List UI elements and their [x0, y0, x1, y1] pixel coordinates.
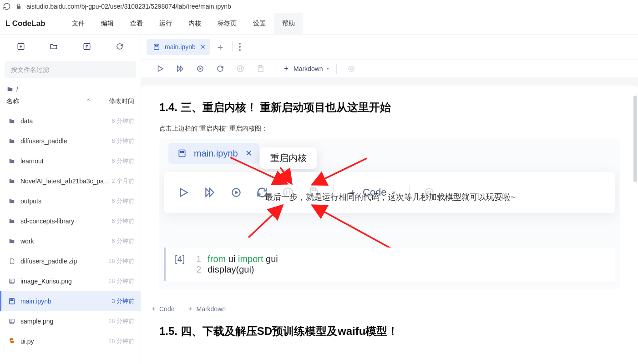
menu-file[interactable]: 文件 [64, 13, 93, 34]
tab-label: main.ipynb [165, 43, 196, 51]
divider [232, 41, 233, 52]
chevron-up-icon[interactable]: ⌃ [86, 98, 91, 105]
svg-rect-29 [181, 152, 184, 153]
svg-point-16 [239, 49, 241, 51]
file-name: main.ipynb [20, 298, 111, 305]
notebook-document: 1.4. 三、重启内核！ 重新启动项目也从这里开始 点击上边栏的"重启内核" 重… [141, 86, 638, 364]
list-item[interactable]: image_Kurisu.png28 分钟前 [0, 271, 141, 291]
upload-icon[interactable] [79, 39, 95, 54]
paragraph-1-4: 点击上边栏的"重启内核" 重启内核图： [159, 125, 620, 133]
code-line-2: display(gui) [208, 264, 254, 275]
file-name: sample.png [20, 318, 108, 325]
more-icon[interactable] [237, 43, 243, 51]
tooltip-restart-kernel: 重启内核 [260, 147, 317, 169]
run-all-icon [203, 187, 217, 198]
notebook-scroll[interactable]: 1.4. 三、重启内核！ 重新启动项目也从这里开始 点击上边栏的"重启内核" 重… [141, 77, 638, 364]
list-item[interactable]: sd-concepts-library6 分钟前 [0, 211, 141, 231]
add-code-button[interactable]: ＋ Code [150, 305, 174, 313]
svg-rect-0 [17, 6, 20, 9]
menu-settings[interactable]: 设置 [245, 13, 274, 34]
restart-run-icon [230, 187, 242, 198]
list-item[interactable]: diffusers_paddle.zip28 分钟前 [0, 251, 141, 271]
interrupt-icon[interactable] [230, 61, 250, 77]
file-browser-sidebar: / 名称 ⌃ 修改时间 data6 分钟前diffusers_paddle6 分… [0, 35, 141, 364]
folder-icon [8, 238, 16, 244]
breadcrumb[interactable]: / [0, 83, 141, 95]
run-all-icon[interactable] [170, 61, 190, 77]
svg-rect-12 [154, 44, 159, 50]
svg-rect-25 [259, 66, 262, 67]
notebook-icon [153, 43, 160, 51]
menu-help[interactable]: 帮助 [274, 13, 303, 34]
svg-point-26 [349, 66, 354, 71]
embedded-illustration: main.ipynb ✕ 重启内核 [159, 139, 620, 289]
add-tab-button[interactable]: ＋ [213, 40, 228, 54]
menu-run[interactable]: 运行 [151, 13, 180, 34]
list-item[interactable]: diffusers_paddle6 分钟前 [0, 131, 141, 151]
restart-kernel-icon[interactable] [210, 61, 230, 77]
svg-marker-17 [158, 66, 163, 71]
list-item[interactable]: data6 分钟前 [0, 111, 141, 131]
url-text[interactable]: aistudio.baidu.com/bj-gpu-02/user/310823… [26, 3, 231, 10]
scrollbar[interactable] [633, 96, 637, 182]
nb-icon [8, 298, 16, 305]
list-item[interactable]: NovelAI_latest_ab21ba3c_paddle2 个月前 [0, 171, 141, 191]
add-markdown-button[interactable]: ＋ Markdown [187, 305, 226, 313]
list-item[interactable]: outputs6 分钟前 [0, 191, 141, 211]
menu-tabs[interactable]: 标签页 [209, 13, 245, 34]
list-item[interactable]: main.ipynb3 分钟前 [0, 291, 141, 311]
breadcrumb-path: / [16, 86, 18, 93]
kernel-status-icon[interactable] [341, 61, 361, 77]
document-tabs: main.ipynb ✕ ＋ [141, 35, 638, 59]
reload-icon[interactable] [3, 2, 11, 10]
menu-view[interactable]: 查看 [122, 13, 151, 34]
checkpoint-icon[interactable] [250, 61, 270, 77]
col-name[interactable]: 名称 [6, 97, 83, 106]
new-folder-icon[interactable] [46, 39, 61, 54]
svg-marker-21 [200, 67, 202, 70]
py-icon [8, 338, 16, 345]
embed-tab: main.ipynb ✕ [168, 143, 259, 164]
list-item[interactable]: sample.png28 分钟前 [0, 311, 141, 331]
folder-icon [8, 158, 16, 164]
svg-marker-33 [181, 188, 187, 196]
refresh-icon[interactable] [112, 39, 127, 54]
file-name: work [20, 238, 111, 245]
menu-kernel[interactable]: 内核 [180, 13, 209, 34]
file-time: 3 分钟前 [111, 297, 134, 305]
menu-bar: L CodeLab 文件 编辑 查看 运行 内核 标签页 设置 帮助 [0, 13, 638, 35]
file-time: 2 个月前 [111, 177, 134, 185]
svg-marker-34 [206, 188, 210, 196]
cell-type-label: Markdown [294, 65, 323, 72]
embed-code-cell: [4] 1 from ui import gui 2 display(gui) [164, 248, 615, 281]
svg-rect-13 [155, 46, 157, 46]
cell-type-selector[interactable]: ＋ Markdown ▾ [280, 64, 332, 73]
run-cell-icon[interactable] [150, 61, 170, 77]
file-filter-input[interactable] [5, 61, 136, 78]
chevron-down-icon: ▾ [327, 66, 329, 71]
svg-rect-8 [10, 298, 15, 304]
add-cell-row: ＋ Code ＋ Markdown [148, 300, 620, 324]
list-item[interactable]: learnout6 分钟前 [0, 151, 141, 171]
svg-point-22 [237, 66, 243, 72]
list-item[interactable]: work6 分钟前 [0, 231, 141, 251]
svg-point-15 [239, 46, 241, 48]
file-name: data [20, 117, 111, 125]
close-icon[interactable]: ✕ [200, 43, 206, 51]
list-item[interactable]: ui.py28 分钟前 [0, 331, 141, 351]
menu-edit[interactable]: 编辑 [93, 13, 122, 34]
browser-address-bar: aistudio.baidu.com/bj-gpu-02/user/310823… [0, 0, 638, 13]
col-time[interactable]: 修改时间 [109, 97, 134, 106]
file-name: image_Kurisu.png [20, 278, 108, 285]
file-name: sd-concepts-library [20, 217, 111, 225]
file-time: 6 分钟前 [111, 217, 134, 225]
tab-main-ipynb[interactable]: main.ipynb ✕ [147, 39, 210, 55]
svg-marker-18 [177, 66, 180, 71]
new-launcher-icon[interactable] [13, 39, 29, 54]
folder-icon [8, 198, 16, 204]
image-icon [8, 278, 16, 284]
file-time: 6 分钟前 [111, 157, 134, 165]
close-icon: ✕ [245, 148, 252, 158]
file-time: 28 分钟前 [108, 317, 134, 325]
restart-run-icon[interactable] [190, 61, 210, 77]
